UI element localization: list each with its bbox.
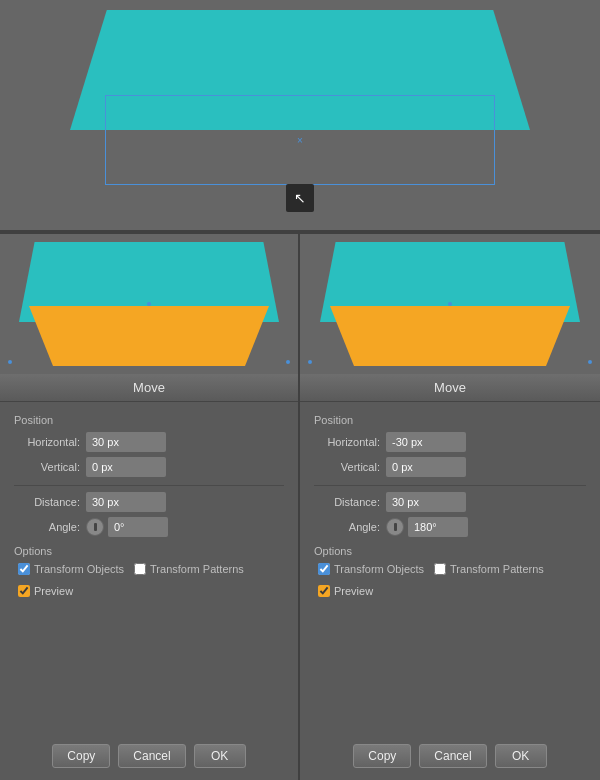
left-cancel-button[interactable]: Cancel (118, 744, 185, 768)
left-options-row: Transform Objects Transform Patterns (14, 563, 284, 575)
left-position-label: Position (14, 414, 284, 426)
right-distance-row: Distance: (314, 492, 586, 512)
split-area: Move Position Horizontal: Vertical: Dist… (0, 234, 600, 780)
left-preview-canvas (0, 234, 298, 374)
right-dot-right (588, 360, 592, 364)
right-transform-patterns-label[interactable]: Transform Patterns (434, 563, 544, 575)
right-options-label: Options (314, 545, 586, 557)
left-angle-dial-inner (94, 523, 97, 531)
left-distance-row: Distance: (14, 492, 284, 512)
right-angle-dial-inner (394, 523, 397, 531)
left-preview-row: Preview (14, 585, 284, 597)
left-transform-patterns-label[interactable]: Transform Patterns (134, 563, 244, 575)
right-horizontal-input[interactable] (386, 432, 466, 452)
left-angle-label: Angle: (14, 521, 86, 533)
left-vertical-label: Vertical: (14, 461, 86, 473)
right-panel: Move Position Horizontal: Vertical: Dist… (300, 234, 600, 780)
left-dot-left (8, 360, 12, 364)
right-transform-objects-label[interactable]: Transform Objects (318, 563, 424, 575)
left-horizontal-label: Horizontal: (14, 436, 86, 448)
left-preview-checkbox-label[interactable]: Preview (18, 585, 73, 597)
right-preview-checkbox-label[interactable]: Preview (318, 585, 373, 597)
left-dot-center (147, 302, 151, 306)
right-ok-button[interactable]: OK (495, 744, 547, 768)
left-angle-dial[interactable] (86, 518, 104, 536)
left-transform-objects-checkbox[interactable] (18, 563, 30, 575)
right-preview-row: Preview (314, 585, 586, 597)
right-options-section: Options Transform Objects Transform Patt… (314, 545, 586, 575)
right-preview-checkbox[interactable] (318, 585, 330, 597)
right-horizontal-row: Horizontal: (314, 432, 586, 452)
left-distance-label: Distance: (14, 496, 86, 508)
left-transform-objects-label[interactable]: Transform Objects (18, 563, 124, 575)
left-dot-right (286, 360, 290, 364)
right-transform-objects-checkbox[interactable] (318, 563, 330, 575)
right-separator (314, 485, 586, 486)
left-yellow-trapezoid (29, 306, 269, 366)
left-horizontal-input[interactable] (86, 432, 166, 452)
cursor-icon: ↖ (294, 190, 306, 206)
right-distance-label: Distance: (314, 496, 386, 508)
right-distance-input[interactable] (386, 492, 466, 512)
selection-box (105, 95, 495, 185)
left-options-section: Options Transform Objects Transform Patt… (14, 545, 284, 575)
right-dialog: Move Position Horizontal: Vertical: Dist… (300, 374, 600, 780)
left-separator (14, 485, 284, 486)
left-vertical-input[interactable] (86, 457, 166, 477)
left-panel: Move Position Horizontal: Vertical: Dist… (0, 234, 300, 780)
left-copy-button[interactable]: Copy (52, 744, 110, 768)
left-distance-input[interactable] (86, 492, 166, 512)
left-dialog: Move Position Horizontal: Vertical: Dist… (0, 374, 298, 780)
top-canvas: ↖ (0, 0, 600, 230)
left-ok-button[interactable]: OK (194, 744, 246, 768)
left-dialog-body: Position Horizontal: Vertical: Distance:… (0, 402, 298, 736)
cursor-indicator: ↖ (286, 184, 314, 212)
left-angle-input[interactable] (108, 517, 168, 537)
right-cancel-button[interactable]: Cancel (419, 744, 486, 768)
left-options-label: Options (14, 545, 284, 557)
left-dialog-title: Move (0, 374, 298, 402)
right-angle-input[interactable] (408, 517, 468, 537)
left-vertical-row: Vertical: (14, 457, 284, 477)
right-dialog-footer: Copy Cancel OK (300, 736, 600, 780)
right-vertical-row: Vertical: (314, 457, 586, 477)
right-angle-row: Angle: (314, 517, 586, 537)
left-preview-checkbox[interactable] (18, 585, 30, 597)
right-transform-patterns-checkbox[interactable] (434, 563, 446, 575)
right-dialog-title: Move (300, 374, 600, 402)
right-dialog-body: Position Horizontal: Vertical: Distance:… (300, 402, 600, 736)
left-dialog-footer: Copy Cancel OK (0, 736, 298, 780)
right-dot-left (308, 360, 312, 364)
right-dot-center (448, 302, 452, 306)
right-preview-canvas (300, 234, 600, 374)
right-vertical-label: Vertical: (314, 461, 386, 473)
right-yellow-trapezoid (330, 306, 570, 366)
right-vertical-input[interactable] (386, 457, 466, 477)
right-position-label: Position (314, 414, 586, 426)
right-options-row: Transform Objects Transform Patterns (314, 563, 586, 575)
left-angle-row: Angle: (14, 517, 284, 537)
right-angle-label: Angle: (314, 521, 386, 533)
right-angle-dial[interactable] (386, 518, 404, 536)
right-copy-button[interactable]: Copy (353, 744, 411, 768)
left-transform-patterns-checkbox[interactable] (134, 563, 146, 575)
right-horizontal-label: Horizontal: (314, 436, 386, 448)
left-horizontal-row: Horizontal: (14, 432, 284, 452)
